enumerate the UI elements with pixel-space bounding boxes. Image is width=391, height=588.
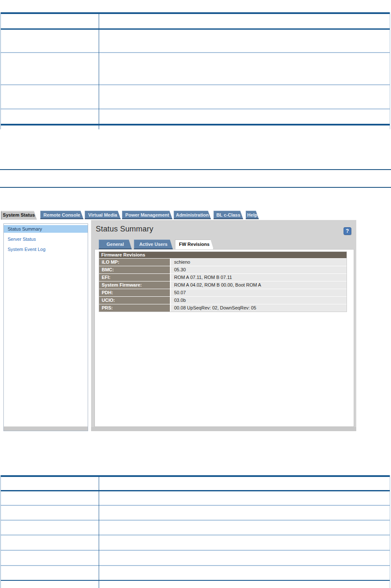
fw-row-pdh: PDH: 50.07 — [99, 289, 347, 296]
tab-bl-c-class[interactable]: BL c-Class — [214, 211, 243, 219]
fw-label: BMC: — [99, 266, 171, 273]
top-table — [0, 12, 390, 129]
content-panel: Firmware Revisions iLO MP: schieno BMC: … — [94, 249, 354, 427]
tab-help[interactable]: Help — [246, 211, 259, 219]
sidebar-item-system-event-log[interactable]: System Event Log — [4, 245, 88, 253]
fw-value: 03.0b — [171, 296, 347, 304]
help-button[interactable]: ? — [344, 227, 351, 235]
table-row — [1, 566, 390, 581]
fw-row-prs: PRS: 00.08 UpSeqRev: 02, DownSeqRev: 05 — [99, 304, 347, 312]
table-row — [1, 85, 390, 109]
tab-virtual-media[interactable]: Virtual Media — [85, 211, 121, 219]
fw-label: PDH: — [99, 289, 171, 296]
fw-label: iLO MP: — [99, 258, 171, 266]
sidebar: Status Summary Server Status System Even… — [3, 223, 88, 431]
fw-row-ilo-mp: iLO MP: schieno — [99, 258, 347, 266]
fw-value: ROM A 04.02, ROM B 00.00, Boot ROM A — [171, 281, 347, 289]
tab-power-management[interactable]: Power Management — [122, 211, 172, 219]
column-divider — [99, 475, 99, 588]
table-row — [1, 521, 390, 535]
fw-value: ROM A 07.11, ROM B 07.11 — [171, 273, 347, 281]
main-panel-shadow — [91, 427, 356, 431]
tab-system-status[interactable]: System Status — [1, 211, 37, 220]
ilo-screenshot: System Status Remote Console Virtual Med… — [1, 211, 365, 432]
main-panel: Status Summary ? General Active Users FW… — [91, 220, 356, 431]
table-row — [1, 551, 390, 566]
sidebar-item-server-status[interactable]: Server Status — [4, 235, 88, 243]
fw-value: 05.30 — [171, 266, 347, 273]
table-row — [1, 506, 390, 521]
table-row — [1, 30, 390, 53]
tab-remote-console[interactable]: Remote Console — [40, 211, 83, 219]
subtab-active-users[interactable]: Active Users — [134, 240, 173, 249]
table-row — [1, 535, 390, 551]
table-row — [1, 477, 390, 491]
subtab-fw-revisions[interactable]: FW Revisions — [175, 240, 214, 249]
document-page: System Status Remote Console Virtual Med… — [0, 0, 391, 588]
fw-label: PRS: — [99, 304, 171, 312]
bottom-table — [0, 475, 390, 588]
table-row — [1, 14, 390, 30]
horizontal-rule — [0, 169, 391, 170]
tab-administration[interactable]: Administration — [174, 211, 211, 219]
fw-value: 50.07 — [171, 289, 347, 296]
fw-table-header: Firmware Revisions — [99, 252, 347, 258]
fw-value: schieno — [171, 258, 347, 266]
main-tab-bar: System Status Remote Console Virtual Med… — [1, 211, 365, 220]
table-bottom-border — [1, 124, 390, 125]
sidebar-item-status-summary[interactable]: Status Summary — [4, 225, 88, 233]
sidebar-shadow — [4, 426, 88, 431]
column-divider — [99, 12, 99, 129]
table-row — [1, 109, 390, 124]
page-title: Status Summary — [96, 225, 153, 234]
subtab-bar: General Active Users FW Revisions — [99, 240, 216, 249]
fw-row-efi: EFI: ROM A 07.11, ROM B 07.11 — [99, 273, 347, 281]
fw-label: EFI: — [99, 273, 171, 281]
fw-value: 00.08 UpSeqRev: 02, DownSeqRev: 05 — [171, 304, 347, 312]
fw-label: System Firmware: — [99, 281, 171, 289]
table-row — [1, 491, 390, 506]
fw-label: UCIO: — [99, 296, 171, 304]
subtab-general[interactable]: General — [99, 240, 132, 249]
fw-row-bmc: BMC: 05.30 — [99, 266, 347, 273]
horizontal-rule — [0, 187, 391, 188]
table-row — [1, 53, 390, 85]
fw-row-system-firmware: System Firmware: ROM A 04.02, ROM B 00.0… — [99, 281, 347, 289]
fw-row-ucio: UCIO: 03.0b — [99, 296, 347, 304]
fw-revisions-table: Firmware Revisions iLO MP: schieno BMC: … — [99, 251, 347, 312]
